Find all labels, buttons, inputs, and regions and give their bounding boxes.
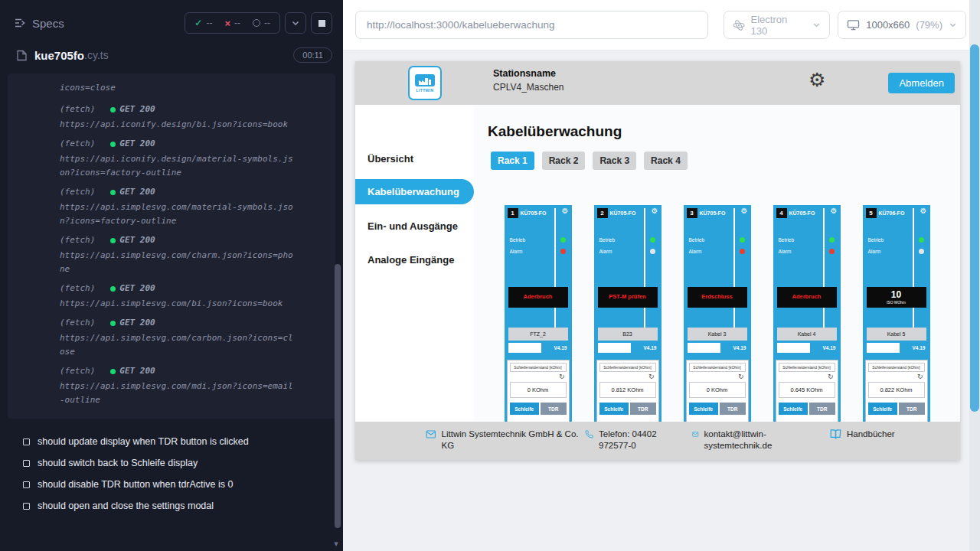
status-ok-dot-icon (110, 142, 116, 147)
alarm-led (650, 249, 655, 254)
footer-manuals-link[interactable]: Handbücher (830, 429, 929, 440)
browser-stage: Electron 130 1000x660 (79%) LITTWIN Stat… (343, 0, 969, 551)
settings-gear-icon[interactable]: ⚙ (808, 70, 825, 90)
refresh-icon[interactable]: ↻ (599, 372, 656, 382)
request-url: https://api.iconify.design/bi.json?icons… (60, 118, 294, 132)
command-log-entry[interactable]: (fetch)GET 200 https://api.simplesvg.com… (8, 279, 335, 313)
command-log-entry[interactable]: (fetch)GET 200 https://api.simplesvg.com… (8, 313, 335, 361)
device-cards: 1 KÜ705-FO ⚙ Betrieb Alarm Aderbruch FTZ… (474, 205, 960, 422)
tab-rack-1[interactable]: Rack 1 (491, 152, 534, 170)
test-title[interactable]: should open and close the settings modal (0, 495, 343, 517)
http-status: GET 200 (119, 103, 155, 116)
page-scrollbar[interactable] (969, 0, 980, 551)
test-stats[interactable]: ✓-- ×-- -- (185, 12, 280, 34)
schleife-button[interactable]: Schleife (510, 403, 540, 415)
tdr-button[interactable]: TDR (630, 403, 655, 415)
stop-tests-button[interactable] (311, 12, 332, 34)
card-settings-gear-icon[interactable]: ⚙ (831, 207, 838, 215)
schleife-button[interactable]: Schleife (868, 403, 898, 415)
command-log-entry[interactable]: (fetch)GET 200 https://api.simplesvg.com… (8, 361, 335, 409)
fetch-label: (fetch) (60, 137, 95, 151)
test-box-icon (23, 481, 30, 488)
tdr-button[interactable]: TDR (541, 403, 566, 415)
command-log-entry[interactable]: (fetch)GET 200 https://api.simplesvg.com… (8, 230, 335, 279)
measurement-label: Schleifenwiderstand [kOhm] (599, 363, 656, 372)
test-title[interactable]: should disable TDR button when tdrActive… (0, 474, 343, 495)
card-settings-gear-icon[interactable]: ⚙ (741, 207, 748, 215)
reporter-header: Specs ✓-- ×-- -- (0, 0, 343, 41)
tdr-button[interactable]: TDR (809, 403, 835, 415)
request-url: https://api.iconify.design/material-symb… (60, 152, 294, 180)
page-scrollbar-thumb[interactable] (970, 44, 979, 412)
command-log-entry[interactable]: (fetch)GET 200 https://api.iconify.desig… (8, 134, 335, 182)
device-card: 1 KÜ705-FO ⚙ Betrieb Alarm Aderbruch FTZ… (505, 205, 572, 422)
stat-passed: ✓-- (188, 18, 218, 28)
betrieb-led (740, 237, 745, 243)
test-title[interactable]: should switch back to Schleife display (0, 452, 343, 474)
refresh-icon[interactable]: ↻ (510, 372, 567, 382)
reporter-scroll-down-button[interactable]: ▾ (331, 537, 341, 549)
http-status: GET 200 (119, 316, 155, 330)
status-ok-dot-icon (110, 286, 116, 292)
alarm-label: Alarm (868, 249, 881, 254)
measurement-value: 0 KOhm (689, 382, 746, 398)
failed-x-icon: × (224, 18, 230, 28)
status-ok-dot-icon (110, 238, 116, 243)
tab-rack-3[interactable]: Rack 3 (593, 152, 636, 170)
firmware-version: V4.19 (900, 343, 926, 353)
refresh-icon[interactable]: ↻ (689, 372, 746, 382)
firmware-version: V4.19 (720, 343, 746, 353)
sidebar-item-ein-und-ausgaenge[interactable]: Ein- und Ausgänge (355, 209, 474, 243)
alarm-led (560, 249, 566, 254)
request-url-continuation[interactable]: icons=close (8, 81, 335, 99)
status-display: Aderbruch (508, 287, 568, 308)
schleife-button[interactable]: Schleife (689, 403, 719, 415)
browser-selector[interactable]: Electron 130 (724, 11, 831, 39)
slot-number-badge: 2 (597, 208, 608, 218)
command-log-entry[interactable]: (fetch)GET 200 https://api.simplesvg.com… (8, 182, 335, 230)
spec-file-ext: .cy.ts (84, 49, 109, 61)
mail-icon (426, 429, 436, 440)
test-title[interactable]: should update display when TDR button is… (0, 431, 343, 452)
tdr-button[interactable]: TDR (720, 403, 745, 415)
status-unit: ISO MOhm (887, 300, 906, 305)
sidebar-item-uebersicht[interactable]: Übersicht (355, 142, 474, 175)
collapse-dropdown-button[interactable] (285, 12, 306, 34)
card-settings-gear-icon[interactable]: ⚙ (562, 207, 569, 215)
app-header: LITTWIN Stationsname CPLV4_Maschen ⚙ Abm… (355, 61, 960, 105)
input-field (508, 343, 542, 353)
phone-icon (585, 429, 593, 440)
spec-timer-badge: 00:11 (293, 47, 332, 63)
sidebar-item-kabelueberwachung[interactable]: Kabelüberwachung (355, 179, 474, 204)
logout-button[interactable]: Abmelden (888, 73, 955, 93)
station-name: CPLV4_Maschen (493, 82, 564, 93)
specs-menu[interactable]: Specs (14, 17, 64, 30)
station-label: Stationsname (493, 68, 564, 79)
card-settings-gear-icon[interactable]: ⚙ (920, 207, 927, 215)
device-model: KÜ705-FO (521, 210, 547, 216)
schleife-button[interactable]: Schleife (599, 403, 629, 415)
input-field (598, 343, 632, 353)
tab-rack-4[interactable]: Rack 4 (644, 152, 688, 170)
card-settings-gear-icon[interactable]: ⚙ (652, 207, 658, 215)
schleife-button[interactable]: Schleife (779, 403, 808, 415)
status-display: 10 ISO MOhm (867, 287, 926, 308)
http-status: GET 200 (119, 185, 155, 199)
url-bar[interactable] (355, 11, 708, 39)
fetch-label: (fetch) (60, 364, 95, 378)
tab-rack-2[interactable]: Rack 2 (542, 152, 586, 170)
device-model: KÜ705-FO (789, 210, 815, 216)
app-main: Kabelüberwachung Rack 1 Rack 2 Rack 3 Ra… (474, 105, 960, 422)
reporter-scrollbar-thumb[interactable] (335, 264, 341, 528)
command-log: icons=close (fetch)GET 200 https://api.i… (8, 73, 335, 419)
refresh-icon[interactable]: ↻ (779, 372, 835, 382)
refresh-icon[interactable]: ↻ (868, 372, 925, 382)
tdr-button[interactable]: TDR (899, 403, 924, 415)
sidebar-item-analoge-eingaenge[interactable]: Analoge Eingänge (355, 243, 474, 276)
status-ok-dot-icon (110, 321, 116, 326)
cable-name: Kabel 4 (777, 328, 837, 341)
viewport-selector[interactable]: 1000x660 (79%) (838, 11, 966, 39)
command-log-entry[interactable]: (fetch)GET 200 https://api.iconify.desig… (8, 99, 335, 134)
spec-file-row[interactable]: kue705fo.cy.ts 00:11 (0, 41, 343, 69)
http-status: GET 200 (119, 282, 155, 295)
